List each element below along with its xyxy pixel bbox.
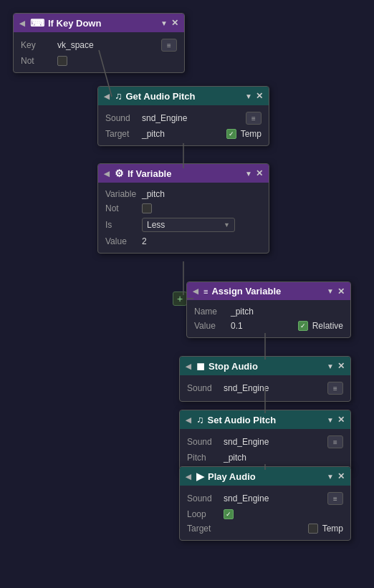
plus-button[interactable]: + <box>173 291 187 306</box>
relative-label: Relative <box>312 321 343 331</box>
audio-pitch-icon: ♫ <box>196 414 204 425</box>
not-checkbox[interactable] <box>57 56 67 66</box>
select-arrow-icon: ▼ <box>224 221 230 228</box>
sound-label: Sound <box>187 437 219 447</box>
get-audio-pitch-title: Get Audio Pitch <box>126 91 242 102</box>
loop-row: Loop ✓ <box>187 507 343 521</box>
set-audio-pitch-node: ◀ ♫ Set Audio Pitch ▼ ✕ Sound snd_Engine… <box>179 410 351 470</box>
get-audio-pitch-header: ◀ ♫ Get Audio Pitch ▼ ✕ <box>98 87 269 105</box>
dropdown-icon[interactable]: ▼ <box>327 473 334 481</box>
set-audio-pitch-title: Set Audio Pitch <box>208 415 324 425</box>
temp-label: Temp <box>241 129 262 139</box>
not-checkbox[interactable] <box>142 203 152 213</box>
dropdown-icon[interactable]: ▼ <box>327 362 334 370</box>
name-value: _pitch <box>231 307 254 317</box>
key-icon: ⌨ <box>30 17 44 29</box>
arrow-icon: ◀ <box>104 170 110 178</box>
close-icon[interactable]: ✕ <box>337 415 345 425</box>
temp-label: Temp <box>322 524 343 534</box>
relative-checkbox[interactable]: ✓ <box>298 321 308 331</box>
target-label: Target <box>187 524 219 534</box>
not-label: Not <box>105 203 138 213</box>
sound-value: snd_Engine <box>224 383 269 393</box>
sound-row: Sound snd_Engine ≡ <box>187 433 343 450</box>
name-row: Name _pitch <box>194 304 343 319</box>
arrow-icon: ◀ <box>186 362 191 370</box>
is-label: Is <box>105 220 138 230</box>
loop-label: Loop <box>187 509 219 519</box>
dropdown-icon[interactable]: ▼ <box>245 170 252 178</box>
variable-row: Variable _pitch <box>105 187 262 201</box>
sound-value: snd_Engine <box>142 113 187 123</box>
if-key-down-header: ◀ ⌨ If Key Down ▼ ✕ <box>14 14 184 32</box>
sound-row: Sound snd_Engine ≡ <box>105 110 262 127</box>
play-audio-body: Sound snd_Engine ≡ Loop ✓ Target Temp <box>180 486 350 540</box>
target-checkbox[interactable]: ✓ <box>226 129 236 139</box>
assign-variable-body: Name _pitch Value 0.1 ✓ Relative <box>187 300 350 337</box>
loop-checkbox[interactable]: ✓ <box>224 509 234 519</box>
play-audio-node: ◀ ▶ Play Audio ▼ ✕ Sound snd_Engine ≡ Lo… <box>179 466 351 541</box>
if-key-down-title: If Key Down <box>48 18 157 29</box>
play-audio-header: ◀ ▶ Play Audio ▼ ✕ <box>180 467 350 486</box>
is-value: Less <box>147 220 165 230</box>
not-row: Not <box>21 54 177 68</box>
target-value: _pitch <box>142 129 165 139</box>
assign-icon: ≡ <box>203 287 208 296</box>
sound-label: Sound <box>105 113 138 123</box>
sound-row: Sound snd_Engine ≡ <box>187 380 343 397</box>
dropdown-icon[interactable]: ▼ <box>160 19 168 27</box>
not-label: Not <box>21 56 53 66</box>
value-value: 0.1 <box>231 321 243 331</box>
arrow-icon: ◀ <box>193 287 198 295</box>
stop-audio-node: ◀ ◼ Stop Audio ▼ ✕ Sound snd_Engine ≡ <box>179 356 351 402</box>
dropdown-icon[interactable]: ▼ <box>327 416 334 424</box>
arrow-icon: ◀ <box>19 19 25 27</box>
dropdown-icon[interactable]: ▼ <box>327 287 334 295</box>
sound-browse-btn[interactable]: ≡ <box>327 492 343 505</box>
is-row: Is Less ▼ <box>105 216 262 234</box>
key-value: vk_space <box>57 40 94 50</box>
sound-value: snd_Engine <box>224 437 269 447</box>
value-row: Value 0.1 ✓ Relative <box>194 319 343 333</box>
if-variable-title: If Variable <box>128 168 241 179</box>
target-checkbox[interactable] <box>308 524 318 534</box>
value-row: Value 2 <box>105 234 262 249</box>
stop-audio-header: ◀ ◼ Stop Audio ▼ ✕ <box>180 357 350 375</box>
stop-icon: ◼ <box>196 360 205 372</box>
close-icon[interactable]: ✕ <box>171 18 178 28</box>
close-icon[interactable]: ✕ <box>256 168 263 178</box>
if-variable-header: ◀ ⚙ If Variable ▼ ✕ <box>98 164 269 183</box>
key-label: Key <box>21 40 53 50</box>
name-label: Name <box>194 307 226 317</box>
arrow-icon: ◀ <box>104 92 110 100</box>
dropdown-icon[interactable]: ▼ <box>245 92 252 100</box>
get-audio-pitch-body: Sound snd_Engine ≡ Target _pitch ✓ Temp <box>98 105 269 145</box>
close-icon[interactable]: ✕ <box>256 91 263 101</box>
is-select[interactable]: Less ▼ <box>142 218 235 232</box>
key-row: Key vk_space ≡ <box>21 37 177 54</box>
set-audio-pitch-header: ◀ ♫ Set Audio Pitch ▼ ✕ <box>180 410 350 429</box>
stop-audio-title: Stop Audio <box>208 361 323 372</box>
key-browse-btn[interactable]: ≡ <box>161 39 177 52</box>
not-row: Not <box>105 201 262 216</box>
close-icon[interactable]: ✕ <box>337 361 345 371</box>
pitch-value: _pitch <box>224 453 246 463</box>
assign-variable-header: ◀ ≡ Assign Variable ▼ ✕ <box>187 282 350 300</box>
sound-label: Sound <box>187 383 219 393</box>
close-icon[interactable]: ✕ <box>337 286 345 297</box>
variable-icon: ⚙ <box>115 168 124 179</box>
play-audio-title: Play Audio <box>208 471 323 482</box>
sound-browse-btn[interactable]: ≡ <box>327 435 343 448</box>
get-audio-pitch-node: ◀ ♫ Get Audio Pitch ▼ ✕ Sound snd_Engine… <box>97 86 269 146</box>
close-icon[interactable]: ✕ <box>337 471 345 481</box>
sound-browse-btn[interactable]: ≡ <box>246 112 262 125</box>
sound-row: Sound snd_Engine ≡ <box>187 490 343 507</box>
if-key-down-body: Key vk_space ≡ Not <box>14 32 184 72</box>
value-label: Value <box>194 321 226 331</box>
arrow-icon: ◀ <box>186 416 191 424</box>
variable-label: Variable <box>105 189 138 199</box>
variable-value: _pitch <box>142 189 165 199</box>
pitch-label: Pitch <box>187 453 219 463</box>
pitch-row: Pitch _pitch <box>187 450 343 465</box>
sound-browse-btn[interactable]: ≡ <box>327 382 343 395</box>
